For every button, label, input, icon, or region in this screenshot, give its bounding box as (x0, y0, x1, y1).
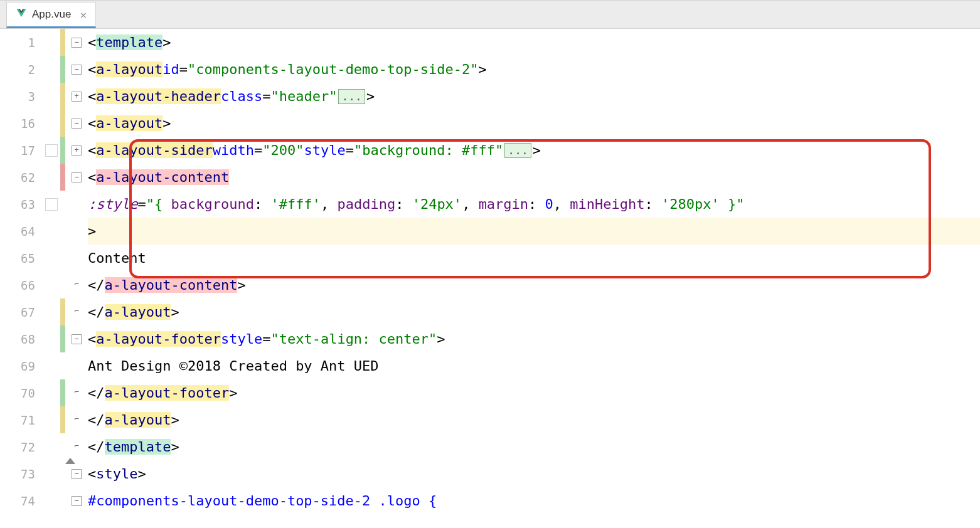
line-number: 73 (16, 467, 41, 481)
line-number: 72 (16, 440, 41, 454)
fold-collapse-icon[interactable]: − (72, 65, 82, 75)
code-line[interactable]: Ant Design ©2018 Created by Ant UED (88, 352, 980, 379)
caret-indicator-icon (65, 458, 75, 464)
fold-expand-icon[interactable]: + (72, 145, 82, 156)
line-number: 71 (16, 413, 41, 427)
code-line[interactable]: </a-layout-footer> (88, 379, 980, 406)
vue-file-icon (16, 8, 27, 21)
line-number: 65 (16, 251, 41, 265)
line-number: 16 (16, 117, 41, 130)
tab-app-vue[interactable]: App.vue × (6, 2, 96, 28)
gutter[interactable]: 1 2 3 16 17 62 63 64 65 66 67 68 69 70 7… (0, 29, 60, 528)
editor-window: App.vue × 1 2 3 16 17 62 63 64 65 66 67 … (0, 0, 980, 528)
line-number: 1 (16, 36, 41, 50)
code-line[interactable]: </a-layout> (88, 298, 980, 325)
code-line[interactable]: Content (88, 245, 980, 272)
code-line[interactable]: <a-layout-sider width="200" style="backg… (88, 137, 980, 164)
fold-collapse-icon[interactable]: − (72, 119, 82, 129)
fold-collapse-icon[interactable]: − (72, 469, 82, 479)
code-content[interactable]: <template> <a-layout id="components-layo… (88, 29, 980, 528)
line-number: 70 (16, 386, 41, 400)
tab-filename: App.vue (32, 8, 71, 21)
fold-expand-icon[interactable]: + (72, 92, 82, 102)
close-icon[interactable]: × (80, 8, 87, 21)
fold-column: − − + − + − ⌐ ⌐ − ⌐ ⌐ ⌐ − − (65, 29, 88, 528)
line-number: 68 (16, 332, 41, 346)
code-line[interactable]: </template> (88, 433, 980, 460)
breakpoint-slot[interactable] (45, 198, 58, 211)
code-line[interactable]: :style="{ background: '#fff', padding: '… (88, 191, 980, 218)
code-line[interactable]: <template> (88, 29, 980, 56)
code-line[interactable]: <a-layout-content (88, 164, 980, 191)
line-number: 66 (16, 278, 41, 292)
code-line[interactable]: <a-layout id="components-layout-demo-top… (88, 56, 980, 83)
line-number: 2 (16, 63, 41, 77)
fold-collapse-icon[interactable]: − (72, 334, 82, 344)
code-line[interactable]: <a-layout-footer style="text-align: cent… (88, 325, 980, 352)
line-number: 62 (16, 171, 41, 184)
fold-collapse-icon[interactable]: ⌐ (72, 415, 82, 425)
tab-bar: App.vue × (0, 0, 980, 29)
fold-collapse-icon[interactable]: − (72, 38, 82, 48)
code-line[interactable]: <a-layout> (88, 110, 980, 137)
line-number: 3 (16, 90, 41, 103)
breakpoint-slot[interactable] (45, 144, 58, 157)
line-number: 67 (16, 305, 41, 319)
line-number: 74 (16, 494, 41, 508)
code-area: 1 2 3 16 17 62 63 64 65 66 67 68 69 70 7… (0, 29, 980, 528)
line-number: 69 (16, 359, 41, 373)
code-line[interactable]: <style> (88, 460, 980, 487)
fold-collapse-icon[interactable]: ⌐ (72, 280, 82, 290)
fold-collapse-icon[interactable]: − (72, 496, 82, 506)
change-bar (60, 29, 65, 528)
line-number: 63 (16, 198, 41, 211)
code-line-current[interactable]: > (88, 218, 980, 245)
fold-collapse-icon[interactable]: − (72, 172, 82, 182)
fold-collapse-icon[interactable]: ⌐ (72, 307, 82, 317)
code-line[interactable]: #components-layout-demo-top-side-2 .logo… (88, 487, 980, 514)
code-line[interactable]: <a-layout-header class="header"...> (88, 83, 980, 110)
fold-collapse-icon[interactable]: ⌐ (72, 442, 82, 452)
fold-collapse-icon[interactable]: ⌐ (72, 388, 82, 398)
line-number: 64 (16, 224, 41, 238)
folded-region[interactable]: ... (504, 143, 531, 158)
line-number: 17 (16, 144, 41, 157)
code-line[interactable]: </a-layout> (88, 406, 980, 433)
code-line[interactable]: </a-layout-content> (88, 272, 980, 298)
folded-region[interactable]: ... (338, 89, 365, 104)
